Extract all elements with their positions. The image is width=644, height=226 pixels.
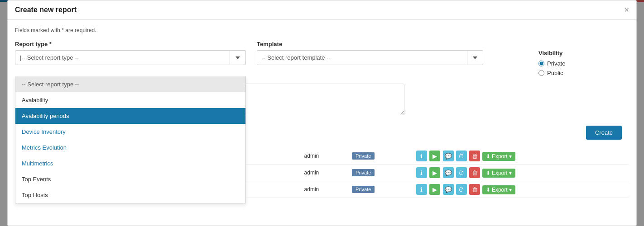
create-report-modal: Create new report × Fields marked with *…: [7, 0, 637, 2]
modal-header: Create new report ×: [8, 0, 636, 2]
modal-overlay: Create new report × Fields marked with *…: [0, 0, 644, 2]
